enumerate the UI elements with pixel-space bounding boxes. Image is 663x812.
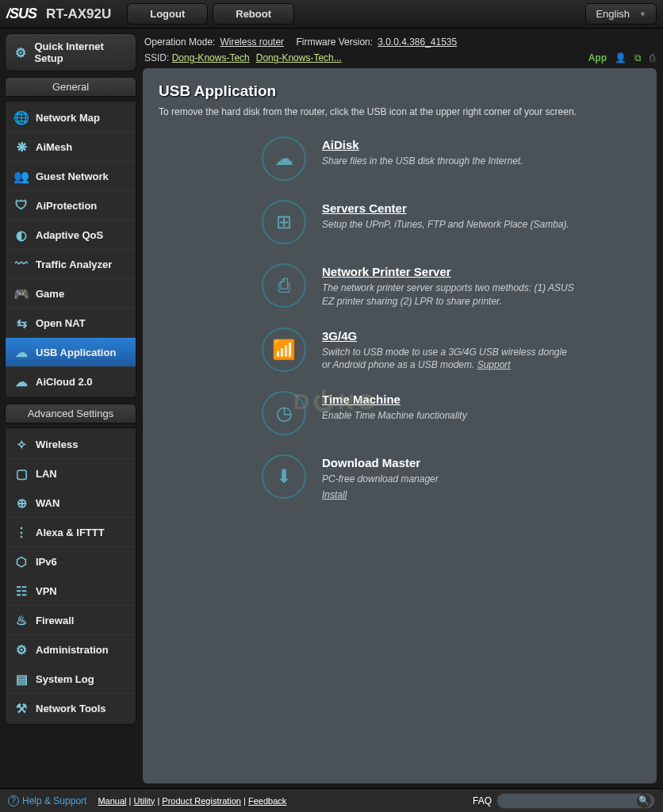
app-title-link[interactable]: Servers Center bbox=[322, 201, 407, 215]
reboot-button[interactable]: Reboot bbox=[213, 3, 294, 25]
sidebar-item-alexa-ifttt[interactable]: ⋮Alexa & IFTTT bbox=[6, 517, 136, 546]
sidebar-item-firewall[interactable]: ♨Firewall bbox=[6, 605, 136, 634]
cloud-icon: ☁ bbox=[13, 344, 29, 360]
tools-icon: ⚒ bbox=[13, 700, 29, 716]
logout-button[interactable]: Logout bbox=[127, 3, 208, 25]
globe-icon: 🌐 bbox=[13, 109, 29, 125]
sidebar-item-label: AiProtection bbox=[36, 200, 97, 212]
admin-icon: ⚙ bbox=[13, 642, 29, 657]
app-row-3g-4g: 📶3G/4GSwitch to USB mode to use a 3G/4G … bbox=[159, 327, 641, 373]
status-line-1: Operation Mode: Wireless router Firmware… bbox=[143, 33, 657, 51]
status-line-2: SSID: Dong-Knows-Tech Dong-Knows-Tech...… bbox=[143, 51, 657, 68]
op-mode-link[interactable]: Wireless router bbox=[220, 36, 284, 48]
sidebar-item-vpn[interactable]: ☷VPN bbox=[6, 576, 136, 605]
ssid-1[interactable]: Dong-Knows-Tech bbox=[172, 52, 250, 63]
faq-search[interactable]: 🔍 bbox=[496, 793, 655, 809]
feedback-link[interactable]: Feedback bbox=[248, 796, 286, 806]
sidebar-item-aicloud-2-0[interactable]: ☁AiCloud 2.0 bbox=[6, 366, 136, 396]
usb-icon[interactable]: ⎙ bbox=[650, 52, 655, 63]
sidebar-item-ipv6[interactable]: ⬡IPv6 bbox=[6, 546, 136, 576]
app-link[interactable]: App bbox=[588, 52, 607, 63]
app-description: Enable Time Machine functionality bbox=[322, 409, 576, 423]
app-title-link[interactable]: Time Machine bbox=[322, 393, 400, 406]
install-link[interactable]: Install bbox=[322, 489, 641, 500]
sidebar-item-administration[interactable]: ⚙Administration bbox=[6, 634, 136, 664]
app-row-aidisk: ☁AiDiskShare files in the USB disk throu… bbox=[159, 136, 641, 181]
download-icon[interactable]: ⬇ bbox=[262, 454, 306, 499]
disk-icon[interactable]: ☁ bbox=[262, 136, 306, 181]
general-header: General bbox=[5, 77, 136, 97]
sidebar-item-label: AiMesh bbox=[36, 141, 72, 153]
app-title-link[interactable]: Download Master bbox=[322, 456, 420, 469]
help-icon: ? bbox=[8, 795, 19, 806]
gauge-icon: ◐ bbox=[13, 227, 29, 243]
sidebar-item-label: Firewall bbox=[36, 615, 74, 626]
footer-links: Manual | Utility | Product Registration … bbox=[98, 796, 286, 806]
utility-link[interactable]: Utility bbox=[133, 796, 155, 806]
gear-icon: ⚙ bbox=[13, 44, 28, 60]
top-bar: /SUS RT-AX92U Logout Reboot English ▼ bbox=[0, 0, 663, 29]
network-icon[interactable]: ⧉ bbox=[634, 52, 642, 63]
nat-icon: ⇆ bbox=[13, 315, 29, 331]
wan-icon: ⊕ bbox=[13, 495, 29, 511]
gamepad-icon: 🎮 bbox=[13, 285, 29, 301]
app-description: PC-free download manager bbox=[322, 473, 576, 486]
quick-setup-label: Quick Internet Setup bbox=[34, 40, 128, 64]
sidebar-item-usb-application[interactable]: ☁USB Application bbox=[6, 337, 136, 366]
language-dropdown[interactable]: English ▼ bbox=[585, 3, 657, 25]
guest-icon: 👥 bbox=[13, 168, 29, 184]
app-title-link[interactable]: AiDisk bbox=[322, 138, 359, 151]
user-icon[interactable]: 👤 bbox=[615, 52, 627, 63]
app-description: Setup the UPnP, iTunes, FTP and Network … bbox=[322, 218, 576, 232]
sidebar-item-lan[interactable]: ▢LAN bbox=[6, 458, 136, 488]
advanced-header: Advanced Settings bbox=[5, 404, 136, 423]
sidebar-item-label: Traffic Analyzer bbox=[36, 259, 112, 270]
main-content: Operation Mode: Wireless router Firmware… bbox=[141, 29, 663, 788]
product-reg-link[interactable]: Product Registration bbox=[162, 796, 241, 806]
cloud2-icon: ☁ bbox=[13, 373, 29, 389]
sidebar-item-network-map[interactable]: 🌐Network Map bbox=[6, 103, 136, 132]
sidebar-item-label: Administration bbox=[36, 644, 109, 656]
app-description: Share files in the USB disk through the … bbox=[322, 155, 576, 168]
lan-icon: ▢ bbox=[13, 465, 29, 481]
advanced-menu: ⟡Wireless▢LAN⊕WAN⋮Alexa & IFTTT⬡IPv6☷VPN… bbox=[5, 427, 136, 725]
sidebar-item-wan[interactable]: ⊕WAN bbox=[6, 488, 136, 517]
brand-logo: /SUS bbox=[6, 6, 36, 22]
sidebar-item-game[interactable]: 🎮Game bbox=[6, 278, 136, 308]
manual-link[interactable]: Manual bbox=[98, 796, 126, 806]
sidebar-item-wireless[interactable]: ⟡Wireless bbox=[6, 430, 136, 458]
vpn-icon: ☷ bbox=[13, 583, 29, 599]
app-extra-link[interactable]: Support bbox=[477, 359, 511, 370]
4g-icon[interactable]: 📶 bbox=[262, 327, 306, 372]
sidebar-item-traffic-analyzer[interactable]: 〰Traffic Analyzer bbox=[6, 249, 136, 278]
usb-application-panel: USB Application To remove the hard disk … bbox=[143, 68, 657, 783]
sidebar-item-aiprotection[interactable]: 🛡AiProtection bbox=[6, 190, 136, 220]
chevron-down-icon: ▼ bbox=[639, 10, 646, 18]
sidebar: ⚙ Quick Internet Setup General 🌐Network … bbox=[0, 29, 141, 788]
firmware-link[interactable]: 3.0.0.4.386_41535 bbox=[377, 36, 457, 48]
sidebar-item-network-tools[interactable]: ⚒Network Tools bbox=[6, 693, 136, 722]
sidebar-item-guest-network[interactable]: 👥Guest Network bbox=[6, 161, 136, 190]
faq-label: FAQ bbox=[473, 795, 492, 806]
app-title-link[interactable]: Network Printer Server bbox=[322, 265, 451, 278]
sidebar-item-label: Alexa & IFTTT bbox=[36, 527, 105, 538]
sidebar-item-label: Open NAT bbox=[36, 317, 86, 329]
ssid-2[interactable]: Dong-Knows-Tech... bbox=[256, 52, 342, 63]
sidebar-item-open-nat[interactable]: ⇆Open NAT bbox=[6, 308, 136, 337]
search-icon[interactable]: 🔍 bbox=[637, 794, 651, 808]
wifi-icon: ⟡ bbox=[13, 436, 29, 452]
app-title-link[interactable]: 3G/4G bbox=[322, 329, 357, 343]
printer-icon[interactable]: ⎙ bbox=[262, 263, 306, 308]
fire-icon: ♨ bbox=[13, 612, 29, 628]
clock-icon[interactable]: ◷ bbox=[262, 391, 306, 435]
sidebar-item-label: USB Application bbox=[36, 347, 116, 358]
sidebar-item-system-log[interactable]: ▤System Log bbox=[6, 664, 136, 693]
app-description: The network printer server supports two … bbox=[322, 282, 576, 308]
server-icon[interactable]: ⊞ bbox=[262, 200, 306, 244]
sidebar-item-label: Guest Network bbox=[36, 170, 109, 182]
ipv6-icon: ⬡ bbox=[13, 553, 29, 569]
quick-internet-setup[interactable]: ⚙ Quick Internet Setup bbox=[5, 33, 136, 71]
sidebar-item-adaptive-qos[interactable]: ◐Adaptive QoS bbox=[6, 220, 136, 249]
sidebar-item-aimesh[interactable]: ❋AiMesh bbox=[6, 132, 136, 161]
help-support-link[interactable]: Help & Support bbox=[22, 795, 86, 806]
